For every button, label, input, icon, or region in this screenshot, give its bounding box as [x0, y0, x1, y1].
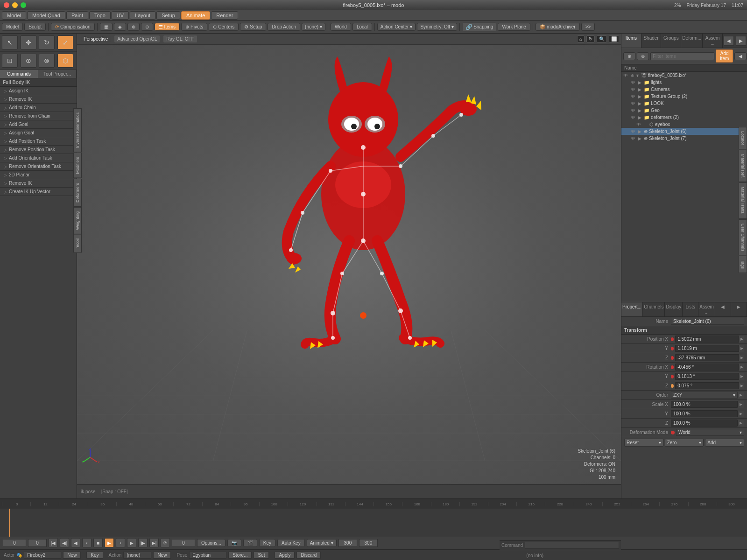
- cmd-tab-tool-props[interactable]: Tool Proper...: [38, 70, 77, 78]
- assem-tab[interactable]: Assem ...: [703, 34, 723, 48]
- rot-y-input[interactable]: [675, 373, 739, 380]
- viewport-perspective-tab[interactable]: Perspective: [81, 35, 111, 42]
- play-btn[interactable]: ▶: [105, 538, 114, 547]
- rot-x-expand-btn[interactable]: ▶: [739, 364, 744, 371]
- key-btn[interactable]: Key: [86, 552, 103, 559]
- tree-item-cameras[interactable]: 👁 ▶ 📁 Cameras: [621, 86, 747, 93]
- add-item-icon-btn[interactable]: ⊕: [623, 52, 635, 60]
- 2d-planar-cmd[interactable]: ▷ 2D Planar: [0, 171, 77, 179]
- none-dropdown[interactable]: (none)▾: [302, 23, 325, 31]
- visibility-icon[interactable]: 👁: [631, 94, 637, 99]
- expand-right-btn[interactable]: ▶: [736, 36, 746, 46]
- transform-section[interactable]: Transform: [621, 326, 747, 335]
- tree-item-skeleton-joint-7[interactable]: 👁 ▶ ⊕ Skeleton_Joint (7): [621, 135, 747, 142]
- tab-setup[interactable]: Setup: [156, 11, 180, 20]
- step-back-btn[interactable]: ◀: [71, 538, 80, 547]
- scale-y-input[interactable]: [671, 410, 738, 417]
- side-tab-ik[interactable]: Inverse Kinematics: [73, 108, 82, 152]
- window-controls[interactable]: [4, 2, 26, 8]
- tree-item-eyebox[interactable]: 👁 ⬡ eyebox: [621, 121, 747, 128]
- collapse-btn[interactable]: ◀: [734, 52, 747, 60]
- maximize-btn[interactable]: [21, 2, 26, 8]
- action-value[interactable]: (none): [123, 552, 151, 559]
- remove-item-icon-btn[interactable]: ⊖: [637, 52, 649, 60]
- vp-frame-btn[interactable]: ⬜: [609, 35, 619, 42]
- assign-goal-cmd[interactable]: ▷ Assign Goal: [0, 129, 77, 137]
- tool-d[interactable]: ⬡: [57, 54, 73, 68]
- add-item-btn[interactable]: Add Item: [716, 49, 733, 63]
- visibility-icon[interactable]: 👁: [631, 136, 637, 141]
- loop-btn[interactable]: ⟳: [161, 538, 170, 547]
- tool-b[interactable]: ⊕: [21, 54, 36, 68]
- remove-from-chain-cmd[interactable]: ▷ Remove from Chain: [0, 112, 77, 120]
- add-goal-cmd[interactable]: ▷ Add Goal: [0, 120, 77, 129]
- icon-btn-1[interactable]: ▦: [100, 23, 113, 31]
- world-btn[interactable]: World: [331, 23, 351, 31]
- snapping-btn[interactable]: 🔗 Snapping: [462, 22, 496, 32]
- right-tab-material-trans[interactable]: Material Trans.: [739, 182, 747, 219]
- remove-ik2-cmd[interactable]: ▷ Remove IK: [0, 179, 77, 188]
- right-tab-material-ref[interactable]: Material Ref.: [739, 150, 747, 182]
- scale-x-input[interactable]: [671, 401, 738, 408]
- prev-key-btn[interactable]: ◀|: [60, 538, 69, 547]
- scale-z-expand-btn[interactable]: ▶: [738, 420, 744, 427]
- add-position-task-cmd[interactable]: ▷ Add Position Task: [0, 137, 77, 146]
- actor-value[interactable]: Fireboy2: [24, 552, 61, 559]
- end-frame-input3[interactable]: [359, 539, 378, 547]
- step-fwd-btn[interactable]: ▶: [127, 538, 136, 547]
- tree-item-skeleton-joint-6[interactable]: 👁 ▶ ⊕ Skeleton_Joint (6): [621, 128, 747, 135]
- set-btn[interactable]: Set: [254, 552, 269, 559]
- symmetry-dropdown[interactable]: Symmetry: Off▾: [417, 23, 457, 31]
- expand-left-btn[interactable]: ◀: [724, 36, 734, 46]
- prop-tab-channels[interactable]: Channels: [643, 302, 665, 316]
- apply-btn[interactable]: Apply: [275, 552, 295, 559]
- start-frame-input[interactable]: [28, 539, 47, 547]
- local-btn[interactable]: Local: [352, 23, 372, 31]
- tab-render[interactable]: Render: [211, 11, 238, 20]
- action-center-dropdown[interactable]: Action Center▾: [377, 23, 416, 31]
- remove-position-task-cmd[interactable]: ▷ Remove Position Task: [0, 146, 77, 154]
- rot-z-expand-btn[interactable]: ▶: [739, 383, 744, 389]
- pos-x-input[interactable]: [675, 336, 739, 343]
- right-tab-locator[interactable]: Locator: [739, 127, 747, 149]
- store-btn[interactable]: Store...: [228, 552, 252, 559]
- pos-z-input[interactable]: [675, 354, 739, 361]
- stop-btn[interactable]: ■: [93, 538, 103, 547]
- end-frame-input2[interactable]: [338, 539, 357, 547]
- visibility-icon[interactable]: 👁: [631, 87, 637, 92]
- prop-tab-lists[interactable]: Lists: [683, 302, 698, 316]
- visibility-icon[interactable]: 👁: [631, 80, 637, 85]
- options-btn[interactable]: Options...: [197, 539, 226, 547]
- add-btn[interactable]: Add ▾: [705, 439, 744, 447]
- assign-ik-cmd[interactable]: ▷ Assign IK: [0, 87, 77, 95]
- zero-btn[interactable]: Zero ▾: [665, 439, 704, 447]
- tab-animate[interactable]: Animate: [181, 11, 210, 20]
- actor-new-btn[interactable]: New: [63, 552, 81, 559]
- close-btn[interactable]: [4, 2, 9, 8]
- tool-move[interactable]: ✥: [21, 35, 36, 49]
- reset-btn[interactable]: Reset ▾: [624, 439, 663, 447]
- vp-home-btn[interactable]: ⌂: [577, 35, 585, 42]
- work-plane-btn[interactable]: Work Plane: [498, 23, 530, 31]
- expand-btn[interactable]: >>: [581, 23, 595, 31]
- side-tab-modifiers[interactable]: Modifiers: [73, 153, 82, 178]
- filter-items-input[interactable]: [650, 52, 714, 60]
- viewport-canvas[interactable]: Skeleton_Joint (6) Channels: 0 Deformers…: [77, 45, 621, 484]
- prop-tab-assem[interactable]: Assem ...: [698, 302, 715, 316]
- scale-x-expand-btn[interactable]: ▶: [738, 401, 744, 408]
- icon-btn-3[interactable]: ⊕: [127, 23, 140, 31]
- groups-tab[interactable]: Groups: [661, 34, 681, 48]
- name-input[interactable]: [671, 318, 744, 325]
- key-transport-btn[interactable]: Key: [259, 539, 275, 547]
- tree-item-deformers[interactable]: 👁 ▶ 📁 deformers (2): [621, 114, 747, 121]
- prop-nav-next[interactable]: ▶: [731, 302, 747, 316]
- viewport-raygl-tab[interactable]: Ray GL: OFF: [163, 35, 197, 42]
- tab-model[interactable]: Model: [2, 11, 26, 20]
- next-key-btn[interactable]: |▶: [138, 538, 148, 547]
- visibility-icon[interactable]: 👁: [631, 101, 637, 106]
- pivots-btn[interactable]: ⊛ Pivots: [181, 23, 207, 31]
- end-frame-input[interactable]: [172, 539, 195, 547]
- tab-sculpt-switch[interactable]: Sculpt: [24, 23, 46, 31]
- setup-btn[interactable]: ⚙ Setup: [240, 23, 266, 31]
- minimize-btn[interactable]: [12, 2, 18, 8]
